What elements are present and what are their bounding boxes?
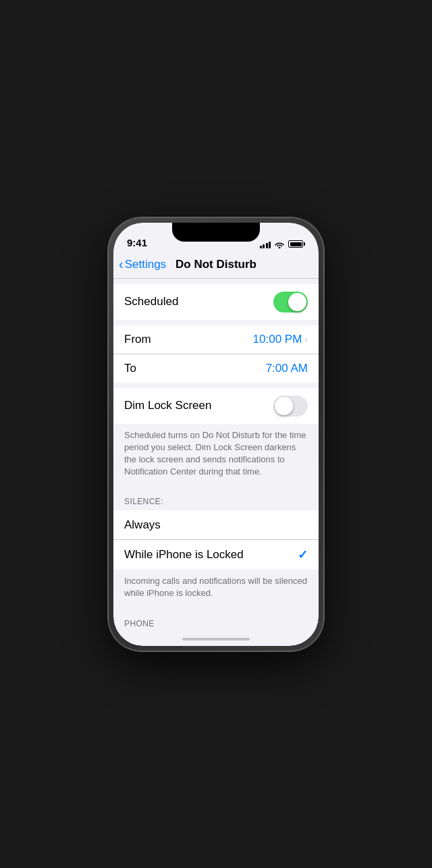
wifi-icon: [274, 240, 285, 248]
from-chevron-icon: ›: [304, 334, 308, 345]
from-label: From: [124, 333, 253, 346]
signal-bar-3: [266, 243, 268, 248]
checkmark-icon: ✓: [298, 547, 308, 562]
home-indicator: [113, 632, 319, 646]
from-row[interactable]: From 10:00 PM ›: [113, 325, 319, 354]
status-time: 9:41: [127, 237, 147, 248]
spacer-1: [113, 279, 319, 284]
silence-footer: Incoming calls and notifications will be…: [113, 570, 319, 609]
scheduled-toggle[interactable]: [273, 292, 308, 313]
scheduled-toggle-knob: [288, 293, 306, 311]
nav-header: ‹ Settings Do Not Disturb: [113, 252, 319, 279]
to-value: 7:00 AM: [266, 362, 308, 375]
always-row[interactable]: Always: [113, 510, 319, 540]
to-row[interactable]: To 7:00 AM: [113, 354, 319, 383]
notch: [172, 223, 260, 242]
dim-lock-section: Dim Lock Screen: [113, 388, 319, 424]
from-value: 10:00 PM: [253, 333, 302, 346]
home-bar: [182, 638, 250, 641]
dim-lock-row[interactable]: Dim Lock Screen: [113, 388, 319, 424]
signal-bar-4: [269, 242, 271, 248]
phone-screen-border: 9:41: [113, 223, 319, 646]
while-locked-row[interactable]: While iPhone is Locked ✓: [113, 540, 319, 570]
page-title: Do Not Disturb: [176, 258, 256, 271]
signal-icon: [260, 240, 271, 248]
back-chevron-icon: ‹: [119, 256, 124, 272]
spacer-3: [113, 383, 319, 388]
schedule-time-section: From 10:00 PM › To 7:00 AM: [113, 325, 319, 383]
settings-content: Scheduled From 10:00 PM › To: [113, 279, 319, 632]
phone-frame: 9:41: [108, 217, 324, 651]
schedule-footer: Scheduled turns on Do Not Disturb for th…: [113, 424, 319, 488]
screen: 9:41: [113, 223, 319, 646]
dim-lock-label: Dim Lock Screen: [124, 399, 273, 412]
back-label: Settings: [125, 258, 166, 271]
spacer-2: [113, 320, 319, 325]
scheduled-label: Scheduled: [124, 295, 273, 308]
status-icons: [260, 240, 306, 248]
always-label: Always: [124, 518, 308, 532]
back-button[interactable]: ‹ Settings: [119, 256, 166, 272]
signal-bar-2: [263, 244, 265, 248]
dim-lock-toggle-knob: [275, 397, 293, 415]
to-label: To: [124, 362, 266, 375]
silence-section: Always While iPhone is Locked ✓: [113, 510, 319, 570]
while-locked-label: While iPhone is Locked: [124, 548, 298, 562]
phone-header: PHONE: [113, 609, 319, 632]
battery-icon: [288, 240, 305, 248]
silence-header: SILENCE:: [113, 487, 319, 510]
signal-bar-1: [260, 246, 262, 248]
scheduled-row[interactable]: Scheduled: [113, 284, 319, 320]
dim-lock-toggle[interactable]: [273, 396, 308, 416]
scheduled-section: Scheduled: [113, 284, 319, 320]
